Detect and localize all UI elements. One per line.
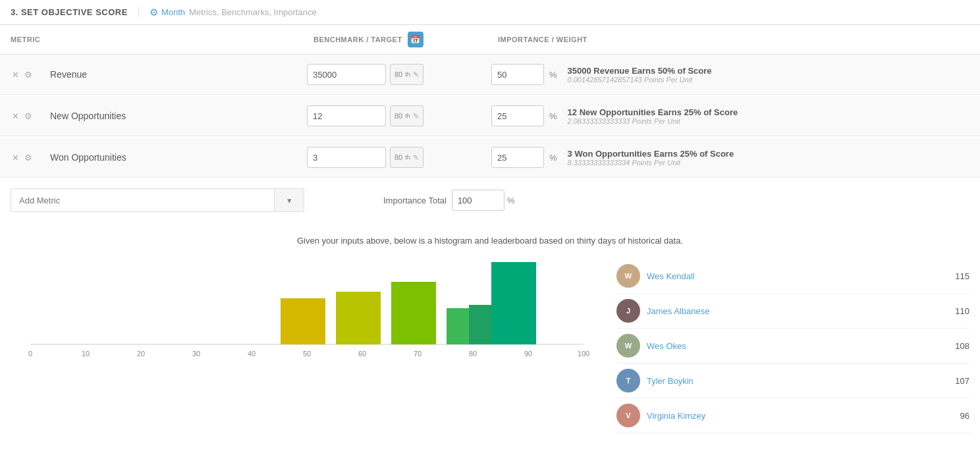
benchmark-inputs-1: 80th ✎ xyxy=(307,105,491,126)
metric-row-2: ✕ ⚙ Won Opportunities 80th ✎ % 3 Won Opp… xyxy=(0,138,980,178)
score-desc-0: 35000 Revenue Earns 50% of Score 0.00142… xyxy=(568,66,712,84)
x-label-30: 30 xyxy=(192,350,200,358)
benchmark-value-input-1[interactable] xyxy=(307,105,386,126)
x-label-50: 50 xyxy=(303,350,311,358)
importance-section-1: % 12 New Opportunities Earns 25% of Scor… xyxy=(491,105,969,126)
bar-80 xyxy=(447,308,469,344)
top-header: 3. Set Objective Score ⚙ Month Metrics, … xyxy=(0,0,980,25)
histogram-svg: 0 10 20 30 40 50 60 70 80 90 100 xyxy=(11,259,590,364)
calendar-button[interactable]: 📅 xyxy=(408,32,423,47)
x-label-100: 100 xyxy=(578,350,589,358)
score-main-text-0: 35000 Revenue Earns 50% of Score xyxy=(568,66,712,76)
score-sub-text-1: 2.08333333333333 Points Per Unit xyxy=(568,117,738,125)
th-display-2: 80th ✎ xyxy=(390,147,423,168)
leader-row-0: W Wes Kendall 115 xyxy=(616,259,969,294)
importance-total-input[interactable] xyxy=(452,190,504,211)
total-input-wrap: % xyxy=(452,190,515,211)
metric-gear-icon-1[interactable]: ⚙ xyxy=(24,111,32,121)
leaderboard: W Wes Kendall 115 J James Albanese 110 W… xyxy=(616,259,969,433)
th-display-0: 80th ✎ xyxy=(390,64,423,85)
edit-icon-0[interactable]: ✎ xyxy=(413,70,419,79)
score-desc-1: 12 New Opportunities Earns 25% of Score … xyxy=(568,107,738,125)
col-metric-header: Metric xyxy=(11,36,313,43)
importance-input-0[interactable] xyxy=(491,64,544,85)
score-main-text-2: 3 Won Opportunities Earns 25% of Score xyxy=(568,149,734,159)
leader-score-2: 108 xyxy=(955,341,969,351)
th-value-2: 80 xyxy=(395,153,402,161)
breadcrumb-secondary: Metrics, Benchmarks, Importance xyxy=(189,7,317,17)
row-controls-2: ✕ ⚙ xyxy=(11,151,50,164)
avatar-0: W xyxy=(616,264,640,288)
add-metric-row: ▾ Importance Total % xyxy=(0,178,980,223)
avatar-2: W xyxy=(616,334,640,358)
calendar-icon: 📅 xyxy=(410,35,420,44)
leader-row-1: J James Albanese 110 xyxy=(616,294,969,329)
month-link[interactable]: ⚙ Month xyxy=(150,7,185,18)
page-title: 3. Set Objective Score xyxy=(11,7,139,17)
th-value-0: 80 xyxy=(395,70,402,78)
pct-sign-1: % xyxy=(549,111,557,121)
edit-icon-1[interactable]: ✎ xyxy=(413,112,419,120)
importance-total-label: Importance Total xyxy=(383,196,447,205)
leader-row-4: V Virginia Kimzey 96 xyxy=(616,398,969,433)
score-sub-text-0: 0.00142857142857143 Points Per Unit xyxy=(568,76,712,84)
metrics-table-header: Metric Benchmark / Target 📅 Importance /… xyxy=(0,25,980,55)
chart-leaderboard-container: 0 10 20 30 40 50 60 70 80 90 100 W Wes K… xyxy=(11,259,969,433)
remove-metric-btn-2[interactable]: ✕ xyxy=(11,151,20,164)
leader-name-0[interactable]: Wes Kendall xyxy=(647,271,948,281)
x-label-10: 10 xyxy=(82,350,90,358)
importance-total-section: Importance Total % xyxy=(383,190,514,211)
score-main-text-1: 12 New Opportunities Earns 25% of Score xyxy=(568,107,738,117)
leader-score-0: 115 xyxy=(955,271,969,281)
remove-metric-btn-0[interactable]: ✕ xyxy=(11,68,20,81)
leader-score-1: 110 xyxy=(955,306,969,316)
importance-input-1[interactable] xyxy=(491,105,544,126)
x-label-80: 80 xyxy=(469,350,477,358)
metric-name-0: Revenue xyxy=(50,69,307,80)
row-controls-0: ✕ ⚙ xyxy=(11,68,50,81)
bar-100 xyxy=(491,262,536,344)
leader-name-1[interactable]: James Albanese xyxy=(647,306,948,316)
metric-gear-icon-0[interactable]: ⚙ xyxy=(24,70,32,80)
benchmark-value-input-2[interactable] xyxy=(307,147,386,168)
avatar-1: J xyxy=(616,299,640,323)
leader-name-4[interactable]: Virginia Kimzey xyxy=(647,411,954,421)
leader-row-2: W Wes Okes 108 xyxy=(616,329,969,363)
bar-90 xyxy=(469,305,491,344)
importance-section-0: % 35000 Revenue Earns 50% of Score 0.001… xyxy=(491,64,969,85)
leader-name-2[interactable]: Wes Okes xyxy=(647,341,948,351)
score-sub-text-2: 8.33333333333334 Points Per Unit xyxy=(568,159,734,167)
x-label-20: 20 xyxy=(137,350,145,358)
x-label-90: 90 xyxy=(524,350,532,358)
metric-rows-container: ✕ ⚙ Revenue 80th ✎ % 35000 Revenue Earns… xyxy=(0,55,980,178)
benchmark-inputs-0: 80th ✎ xyxy=(307,64,491,85)
chart-svg: 0 10 20 30 40 50 60 70 80 90 100 xyxy=(11,259,590,366)
remove-metric-btn-1[interactable]: ✕ xyxy=(11,110,20,122)
th-value-1: 80 xyxy=(395,112,402,120)
th-sup-0: th xyxy=(405,71,410,78)
histogram-section: Given your inputs above, below is a hist… xyxy=(0,223,980,433)
metric-row-1: ✕ ⚙ New Opportunities 80th ✎ % 12 New Op… xyxy=(0,96,980,136)
x-label-0: 0 xyxy=(28,350,32,358)
score-desc-2: 3 Won Opportunities Earns 25% of Score 8… xyxy=(568,149,734,167)
gear-icon: ⚙ xyxy=(150,7,158,18)
leader-name-3[interactable]: Tyler Boykin xyxy=(647,376,948,386)
leader-score-4: 96 xyxy=(960,411,969,421)
benchmark-inputs-2: 80th ✎ xyxy=(307,147,491,168)
importance-input-2[interactable] xyxy=(491,147,544,168)
add-metric-dropdown-button[interactable]: ▾ xyxy=(274,188,304,212)
total-pct-sign: % xyxy=(507,196,515,205)
avatar-3: T xyxy=(616,369,640,392)
pct-sign-2: % xyxy=(549,153,557,163)
th-sup-2: th xyxy=(405,154,410,161)
bar-70 xyxy=(391,282,436,344)
edit-icon-2[interactable]: ✎ xyxy=(413,153,419,162)
row-controls-1: ✕ ⚙ xyxy=(11,110,50,122)
benchmark-value-input-0[interactable] xyxy=(307,64,386,85)
x-label-60: 60 xyxy=(358,350,366,358)
th-sup-1: th xyxy=(405,113,410,119)
metric-gear-icon-2[interactable]: ⚙ xyxy=(24,153,32,163)
add-metric-input[interactable] xyxy=(11,188,274,212)
metric-name-2: Won Opportunities xyxy=(50,152,307,163)
importance-section-2: % 3 Won Opportunities Earns 25% of Score… xyxy=(491,147,969,168)
